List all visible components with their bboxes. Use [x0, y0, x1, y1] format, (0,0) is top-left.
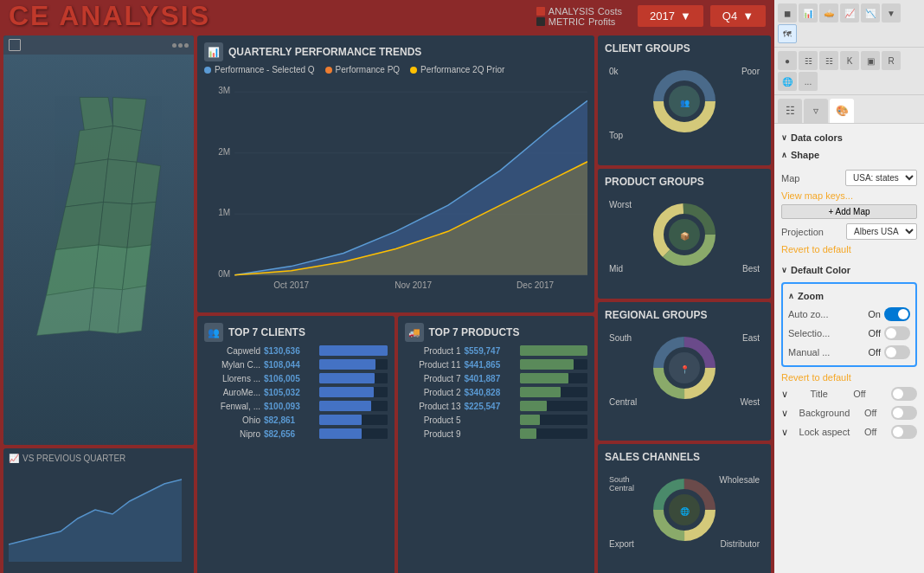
zoom-chevron [788, 292, 794, 300]
client-row-3: AuroMe... $105,032 [204, 387, 388, 397]
products-icon: 🚚 [405, 323, 424, 342]
product-row-5: Product 5 [405, 415, 588, 425]
bar-icon[interactable]: 📉 [861, 3, 880, 23]
metric-row: METRIC Profits [536, 16, 622, 27]
pie-icon[interactable]: 🥧 [819, 3, 838, 23]
funnel-icon[interactable]: ▼ [882, 3, 901, 23]
prod-bar-track-3 [520, 387, 588, 397]
bar-fill-0 [319, 345, 388, 356]
costs-dot [536, 7, 545, 16]
zoom-header[interactable]: Zoom [788, 287, 910, 305]
product-label-worst: Worst [609, 200, 632, 209]
leg-dot-blue [204, 67, 211, 74]
product-label-mid: Mid [609, 264, 623, 274]
state-shape [104, 159, 138, 204]
table-icon[interactable]: ☷ [799, 51, 818, 70]
client-row-2: Llorens ... $106,005 [204, 373, 388, 383]
bar-fill-4 [319, 401, 371, 411]
map-container[interactable] [3, 35, 194, 445]
default-color-label: Default Color [791, 265, 850, 275]
zoom-label: Zoom [798, 291, 824, 301]
client-donut-svg: 👥 [645, 62, 723, 140]
map-select[interactable]: USA: states [845, 170, 917, 186]
chart-icon[interactable]: 📊 [799, 3, 818, 23]
data-colors-chevron [781, 133, 787, 142]
revert-default-link[interactable]: Revert to default [781, 244, 851, 254]
products-title: 🚚 TOP 7 PRODUCTS [405, 323, 588, 342]
title-toggle[interactable] [891, 387, 917, 401]
client-label-top2: Top [609, 131, 623, 140]
view-map-keys-link[interactable]: View map keys... [781, 190, 853, 201]
state-shape [75, 126, 113, 164]
bar-track-3 [319, 387, 388, 397]
sales-channels-title: SALES CHANNELS [605, 451, 764, 463]
map-setting-label: Map [781, 173, 845, 183]
prod-bar-track-1 [520, 359, 588, 370]
clients-panel: 👥 TOP 7 CLIENTS Capweld $130,636 Mylan C… [197, 316, 395, 573]
svg-marker-0 [9, 480, 182, 562]
state-shape [80, 98, 113, 132]
default-color-header[interactable]: Default Color [781, 261, 917, 279]
prod-bar-fill-1 [520, 359, 574, 370]
matrix-icon[interactable]: ☷ [819, 51, 838, 70]
background-label: Background [799, 408, 850, 418]
year-dropdown[interactable]: 2017 ▼ [638, 5, 703, 27]
state-shape-mid [123, 245, 151, 290]
title-status: Off [853, 389, 865, 399]
tab-format[interactable]: 🎨 [830, 99, 854, 123]
quarter-dropdown[interactable]: Q4 ▼ [710, 5, 766, 27]
card-icon[interactable]: ▣ [861, 51, 880, 70]
state-shape [132, 162, 161, 203]
visualizations-icon[interactable]: ◼ [778, 3, 797, 23]
chart-area: 3M 2M 1M 0M [204, 80, 587, 296]
globe-icon[interactable]: 🌐 [778, 72, 797, 91]
client-groups-title: CLIENT GROUPS [605, 42, 764, 55]
r-icon[interactable]: R [882, 51, 901, 70]
background-row: Background Off [781, 403, 917, 422]
product-row-4: Product 13 $225,547 [405, 401, 588, 411]
prod-bar-track-0 [520, 345, 588, 356]
manual-label: Manual ... [788, 347, 869, 357]
regional-label-central: Central [609, 397, 637, 407]
state-shape [66, 159, 109, 207]
svg-text:Dec 2017: Dec 2017 [517, 280, 554, 290]
selection-knob [886, 328, 896, 338]
line-icon[interactable]: 📈 [840, 3, 859, 23]
state-shape-mid [47, 245, 99, 295]
svg-text:Oct 2017: Oct 2017 [273, 280, 309, 290]
map-window-bar [3, 35, 194, 55]
shape-header[interactable]: Shape [781, 146, 917, 164]
add-map-button[interactable]: + Add Map [781, 204, 917, 219]
toolbar-icons-row2: ● ☷ ☷ K ▣ R 🌐 ... [774, 48, 924, 95]
tab-fields[interactable]: ☷ [778, 99, 802, 123]
leg-orange: Performance PQ [325, 65, 400, 74]
regional-groups-panel: REGIONAL GROUPS South 📍 Central East Wes… [598, 302, 771, 441]
kpi-icon[interactable]: K [840, 51, 859, 70]
analysis-metric: ANALYSIS Costs METRIC Profits [536, 6, 622, 27]
quarterly-legend: Performance - Selected Q Performance PQ … [204, 65, 587, 74]
sales-donut-container: SouthCentral 🌐 Export Wholesale Distribu… [605, 467, 764, 553]
page-title: CE ANALYSIS [9, 0, 210, 32]
manual-toggle[interactable] [884, 345, 910, 359]
client-row-0: Capweld $130,636 [204, 345, 388, 356]
quarterly-icon: 📊 [204, 42, 223, 61]
mini-chart-label: 📈 VS PREVIOUS QUARTER [9, 454, 189, 463]
auto-zoom-status: On [868, 309, 881, 319]
tab-filter[interactable]: ▿ [804, 99, 828, 123]
bar-track-0 [319, 345, 388, 356]
auto-zoom-toggle[interactable] [884, 307, 910, 321]
revert-default2-link[interactable]: Revert to default [781, 372, 851, 383]
lock-aspect-toggle[interactable] [891, 425, 917, 439]
data-colors-header[interactable]: Data colors [781, 129, 917, 146]
data-colors-label: Data colors [791, 132, 843, 143]
map-icon[interactable]: 🗺 [778, 24, 797, 43]
state-shape [108, 126, 142, 163]
selection-toggle[interactable] [884, 326, 910, 340]
more-icon[interactable]: ... [799, 72, 818, 91]
state-shape [99, 203, 132, 248]
projection-select[interactable]: Albers USA [846, 223, 917, 240]
background-toggle[interactable] [891, 406, 917, 420]
svg-text:1M: 1M [218, 208, 230, 217]
scatter-icon[interactable]: ● [778, 51, 797, 70]
bar-track-2 [319, 373, 388, 383]
